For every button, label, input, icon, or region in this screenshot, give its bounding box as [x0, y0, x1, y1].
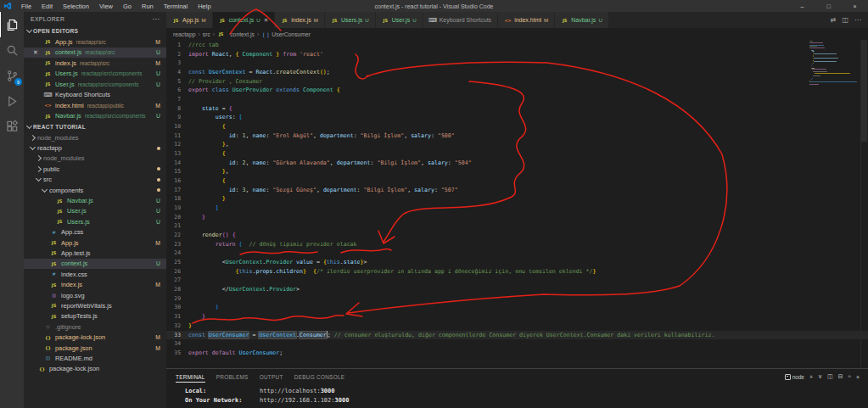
tab-navbar-js[interactable]: JSNavbar.jsU: [555, 12, 609, 28]
breadcrumb-userconsumer[interactable]: ❲❳UserConsumer: [261, 31, 311, 37]
tab-users-js[interactable]: JSUsers.jsU: [325, 12, 376, 28]
tree-item-logo-svg[interactable]: ▧logo.svg: [24, 290, 166, 300]
open-editor-name: Keyboard Shortcuts: [55, 91, 110, 98]
menu-edit[interactable]: Edit: [37, 2, 57, 11]
tree-item-reactapp[interactable]: reactapp: [24, 143, 166, 153]
open-editor-item-index-html[interactable]: <>index.htmlreactapp\publicM: [24, 100, 166, 111]
tree-item-index-js[interactable]: JSindex.jsM: [24, 279, 166, 289]
panel-tab-debug-console[interactable]: DEBUG CONSOLE: [294, 372, 345, 383]
minimap-line: [812, 69, 826, 70]
open-editor-item-users-js[interactable]: JSUsers.jsreactapp\src\componentsU: [24, 69, 166, 80]
tab-context-js[interactable]: JScontext.jsU✕: [213, 12, 276, 28]
close-panel-icon[interactable]: ×: [856, 374, 860, 380]
chevron-down-icon: [26, 123, 32, 129]
open-editor-item-keyboard-shortcuts[interactable]: ⌨Keyboard Shortcuts: [24, 90, 166, 101]
breadcrumb-reactapp[interactable]: reactapp: [173, 31, 195, 37]
tree-item-context-js[interactable]: JScontext.jsU: [24, 259, 166, 269]
panel-tab-output[interactable]: OUTPUT: [260, 372, 283, 383]
tree-item-index-css[interactable]: #index.css: [24, 269, 166, 279]
terminal-shell-picker[interactable]: node: [785, 374, 804, 380]
minimap-line: [814, 53, 837, 54]
extensions-icon[interactable]: [0, 114, 24, 139]
tab-index-js[interactable]: JSindex.jsM: [275, 12, 325, 28]
breadcrumb-src[interactable]: src: [203, 31, 210, 37]
line-number: 6: [166, 86, 188, 95]
tree-item-navbar-js[interactable]: JSNavbar.jsU: [24, 195, 166, 205]
source-control-icon[interactable]: 9: [0, 63, 24, 88]
tree-item-components[interactable]: components: [24, 185, 166, 195]
editor-scrollbar[interactable]: [860, 40, 868, 368]
open-editor-item-user-js[interactable]: JSUser.jsreactapp\src\componentsU: [24, 79, 166, 90]
run-debug-icon[interactable]: [0, 88, 24, 114]
tree-item-app-test-js[interactable]: JSApp.test.js: [24, 248, 166, 258]
menu-file[interactable]: File: [17, 2, 36, 11]
tree-item-package-lock-json[interactable]: {}package-lock.json: [24, 364, 166, 374]
window-minimize-button[interactable]: –: [789, 0, 815, 12]
kill-terminal-icon[interactable]: ⊟: [838, 373, 843, 380]
open-editor-item-navbar-js[interactable]: JSNavbar.jsreactapp\src\componentsU: [24, 111, 166, 122]
minimap[interactable]: [809, 41, 860, 86]
open-changes-icon[interactable]: ⇄: [831, 16, 837, 24]
menu-terminal[interactable]: Terminal: [160, 2, 192, 11]
tab-keyboard-shortcuts[interactable]: ⌨Keyboard Shortcuts: [423, 12, 498, 28]
tree-item-node-modules[interactable]: node_modules: [24, 154, 166, 164]
tree-item-reportwebvitals-js[interactable]: JSreportWebVitals.js: [24, 300, 166, 310]
close-icon[interactable]: ✕: [33, 49, 38, 56]
tree-item-package-json[interactable]: {}package.jsonM: [24, 343, 166, 353]
window-maximize-button[interactable]: □: [815, 0, 842, 12]
project-section-header[interactable]: REACT TUTORIAL: [24, 121, 166, 132]
open-editor-item-app-js[interactable]: JSApp.jsreactapp\srcM: [24, 36, 166, 48]
menu-run[interactable]: Run: [137, 2, 158, 11]
tab-label: index.js: [291, 17, 311, 23]
code-editor[interactable]: 1//rcc tab2import React, { Component } f…: [166, 40, 868, 368]
terminal-dropdown-icon[interactable]: ∨: [818, 373, 822, 380]
open-editor-item-index-js[interactable]: JSindex.jsreactapp\srcM: [24, 58, 166, 69]
split-terminal-icon[interactable]: ◫: [827, 373, 833, 380]
js-file-icon: JS: [50, 281, 58, 288]
tab-index-html[interactable]: <>index.htmlM: [498, 12, 555, 28]
open-editor-item-context-js[interactable]: ✕JScontext.jsreactapp\srcU: [24, 48, 166, 59]
tree-item-node-modules[interactable]: node_modules: [24, 132, 166, 143]
line-number: 22: [166, 231, 188, 240]
tree-item-readme-md[interactable]: ⓘREADME.md: [24, 353, 166, 363]
menu-go[interactable]: Go: [119, 2, 136, 11]
more-actions-icon[interactable]: ⋯: [854, 16, 861, 24]
search-icon[interactable]: [0, 37, 24, 63]
line-content: }: [188, 321, 868, 331]
breadcrumb[interactable]: reactapp›src›JScontext.js›❲❳UserConsumer: [166, 28, 868, 40]
chevron-down-icon: [36, 176, 42, 182]
tree-item-users-js[interactable]: JSUsers.jsU: [24, 216, 166, 226]
tree-item-src[interactable]: src: [24, 175, 166, 185]
tab-user-js[interactable]: JSUser.jsU: [376, 12, 423, 28]
tree-item-app-css[interactable]: #App.css: [24, 227, 166, 238]
line-number: 3: [166, 59, 188, 68]
breadcrumb-context-js[interactable]: JScontext.js: [217, 31, 255, 38]
explorer-icon[interactable]: [0, 12, 24, 37]
window-close-button[interactable]: ×: [842, 0, 868, 12]
menu-view[interactable]: View: [95, 2, 117, 11]
tree-item-setuptests-js[interactable]: JSsetupTests.js: [24, 311, 166, 321]
split-editor-icon[interactable]: ◫: [842, 16, 848, 24]
terminal-output[interactable]: Local:http://localhost:3000On Your Netwo…: [166, 384, 868, 408]
tree-item-user-js[interactable]: JSUser.jsU: [24, 206, 166, 216]
line-number: 28: [166, 285, 188, 294]
menu-help[interactable]: Help: [193, 2, 215, 11]
new-terminal-icon[interactable]: +: [809, 374, 813, 380]
tree-item-app-js[interactable]: JSApp.jsM: [24, 238, 166, 248]
panel-tab-terminal[interactable]: TERMINAL: [176, 372, 205, 383]
panel-tab-problems[interactable]: PROBLEMS: [216, 372, 249, 383]
tab-app-js[interactable]: JSApp.jsM: [166, 12, 213, 28]
open-editors-header[interactable]: OPEN EDITORS: [24, 25, 166, 36]
close-icon[interactable]: ✕: [264, 17, 268, 24]
maximize-panel-icon[interactable]: ^: [848, 374, 851, 380]
tree-item-package-lock-json[interactable]: {}package-lock.jsonM: [24, 332, 166, 342]
code-line-19: 19 ]: [166, 204, 868, 213]
open-editor-name: index.js: [55, 59, 76, 67]
menu-selection[interactable]: Selection: [59, 2, 93, 11]
tree-item-public[interactable]: public: [24, 164, 166, 174]
sidebar-more-actions-icon[interactable]: ⋯: [153, 15, 160, 23]
js-file-icon: JS: [331, 16, 339, 24]
tree-item-gitignore[interactable]: ◇.gitignore: [24, 321, 166, 332]
line-content: </UserContext.Provider>: [188, 285, 868, 294]
minimap-line: [813, 71, 827, 72]
